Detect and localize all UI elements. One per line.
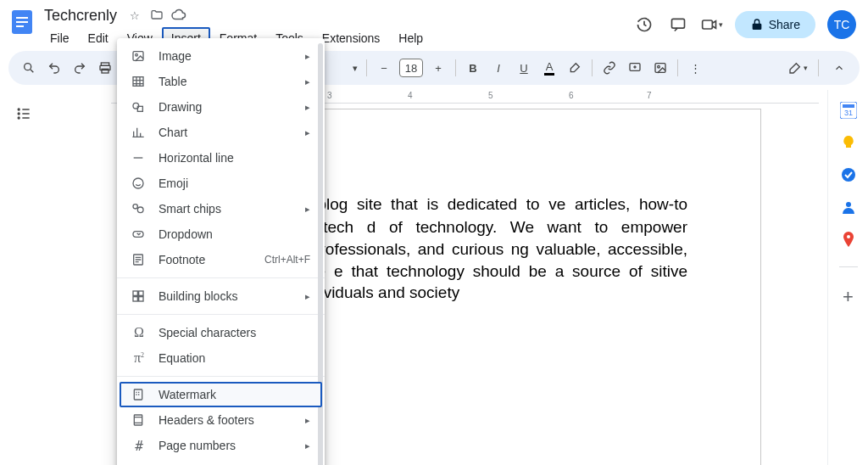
- svg-rect-3: [16, 25, 24, 27]
- menu-item-label: Dropdown: [159, 227, 310, 241]
- menu-item-label: Table: [159, 75, 288, 88]
- svg-rect-37: [134, 415, 142, 425]
- ruler-tick: 7: [647, 91, 652, 100]
- share-button[interactable]: Share: [735, 11, 815, 38]
- star-icon[interactable]: ☆: [127, 8, 142, 23]
- svg-point-12: [658, 65, 660, 68]
- insert-image-icon[interactable]: [648, 56, 672, 80]
- maps-app-icon[interactable]: [840, 231, 857, 248]
- headers-icon: [131, 413, 147, 427]
- table-icon: [131, 75, 147, 88]
- collapse-toolbar-icon[interactable]: [827, 56, 851, 80]
- italic-icon[interactable]: I: [487, 56, 510, 80]
- highlight-icon[interactable]: [563, 56, 587, 80]
- svg-point-6: [25, 64, 31, 70]
- menu-item-footnote[interactable]: FootnoteCtrl+Alt+F: [120, 247, 322, 272]
- meet-icon[interactable]: ▾: [701, 14, 723, 36]
- decrease-font-icon[interactable]: −: [372, 56, 396, 80]
- document-title[interactable]: Techcrenly: [41, 6, 120, 25]
- menu-item-label: Drawing: [159, 100, 288, 114]
- outline-toggle-icon[interactable]: [12, 102, 36, 126]
- docs-logo-icon[interactable]: [8, 8, 36, 36]
- editing-mode-icon[interactable]: ▾: [786, 56, 810, 80]
- menu-item-horizontal-line[interactable]: Horizontal line: [120, 145, 322, 171]
- pi-icon: π2: [131, 350, 147, 366]
- insert-link-icon[interactable]: [598, 56, 621, 80]
- add-addon-icon[interactable]: +: [843, 286, 854, 308]
- menu-divider: [117, 277, 325, 278]
- svg-point-15: [18, 117, 19, 119]
- svg-point-14: [18, 113, 19, 115]
- lock-icon: [750, 18, 764, 31]
- svg-rect-1: [16, 17, 28, 19]
- search-menus-icon[interactable]: [17, 56, 41, 80]
- menu-item-watermark[interactable]: Watermark: [120, 382, 322, 407]
- menu-item-emoji[interactable]: Emoji: [120, 171, 322, 196]
- svg-rect-33: [139, 291, 143, 295]
- header-actions: ▾ Share TC: [633, 5, 860, 39]
- submenu-arrow-icon: ▸: [305, 76, 310, 87]
- menu-item-image[interactable]: Image▸: [120, 43, 322, 69]
- underline-icon[interactable]: U: [512, 56, 536, 80]
- history-icon[interactable]: [633, 14, 655, 36]
- redo-icon[interactable]: [68, 56, 92, 80]
- contacts-app-icon[interactable]: [840, 199, 857, 216]
- insert-menu-dropdown: Image▸Table▸Drawing▸Chart▸Horizontal lin…: [117, 38, 325, 465]
- footnote-icon: [131, 253, 147, 266]
- chips-icon: [131, 202, 147, 216]
- menu-item-dropdown[interactable]: Dropdown: [120, 221, 322, 247]
- svg-rect-2: [16, 21, 28, 23]
- menu-item-label: Emoji: [159, 176, 310, 190]
- undo-icon[interactable]: [42, 56, 66, 80]
- menu-item-special-characters[interactable]: ΩSpecial characters: [120, 320, 322, 345]
- menu-item-label: Horizontal line: [159, 151, 310, 165]
- ruler-tick: 6: [569, 91, 574, 100]
- font-size-input[interactable]: 18: [399, 59, 423, 77]
- menu-item-label: Watermark: [159, 388, 310, 401]
- svg-rect-22: [133, 52, 143, 61]
- watermark-icon: [131, 388, 147, 401]
- font-dropdown-caret-icon[interactable]: ▾: [349, 56, 361, 80]
- menu-item-smart-chips[interactable]: Smart chips▸: [120, 196, 322, 221]
- menu-item-building-blocks[interactable]: Building blocks▸: [120, 283, 322, 309]
- keep-app-icon[interactable]: [840, 134, 857, 151]
- menu-edit[interactable]: Edit: [79, 27, 118, 49]
- menu-file[interactable]: File: [41, 27, 79, 49]
- menu-item-label: Footnote: [159, 253, 253, 266]
- menu-item-page-numbers[interactable]: #Page numbers▸: [120, 433, 322, 458]
- menu-help[interactable]: Help: [389, 27, 432, 49]
- svg-point-23: [136, 53, 138, 56]
- menu-item-chart[interactable]: Chart▸: [120, 120, 322, 145]
- svg-rect-24: [133, 77, 143, 87]
- menu-item-table[interactable]: Table▸: [120, 69, 322, 94]
- svg-point-28: [133, 204, 137, 209]
- account-avatar[interactable]: TC: [827, 10, 856, 39]
- menu-item-drawing[interactable]: Drawing▸: [120, 94, 322, 120]
- submenu-arrow-icon: ▸: [305, 440, 310, 451]
- add-comment-icon[interactable]: [623, 56, 647, 80]
- menu-item-break[interactable]: Break▸: [120, 458, 322, 465]
- calendar-app-icon[interactable]: 31: [840, 102, 857, 119]
- svg-rect-5: [702, 20, 712, 29]
- menu-item-label: Special characters: [159, 326, 310, 339]
- svg-text:31: 31: [843, 109, 852, 117]
- submenu-arrow-icon: ▸: [305, 51, 310, 62]
- bold-icon[interactable]: B: [461, 56, 485, 80]
- submenu-arrow-icon: ▸: [305, 102, 310, 113]
- menu-item-label: Page numbers: [159, 439, 288, 452]
- comments-icon[interactable]: [667, 14, 689, 36]
- increase-font-icon[interactable]: +: [426, 56, 450, 80]
- print-icon[interactable]: [93, 56, 117, 80]
- submenu-arrow-icon: ▸: [305, 291, 310, 302]
- move-icon[interactable]: [149, 8, 164, 23]
- menu-item-headers-footers[interactable]: Headers & footers▸: [120, 407, 322, 433]
- chart-icon: [131, 126, 147, 139]
- submenu-arrow-icon: ▸: [305, 415, 310, 426]
- pagenum-icon: #: [131, 438, 147, 454]
- more-tools-icon[interactable]: ⋮: [683, 56, 707, 80]
- menu-item-label: Headers & footers: [159, 413, 288, 427]
- text-color-icon[interactable]: A: [537, 56, 561, 80]
- tasks-app-icon[interactable]: [840, 166, 857, 183]
- menu-item-equation[interactable]: π2Equation: [120, 345, 322, 371]
- cloud-status-icon[interactable]: [171, 8, 186, 23]
